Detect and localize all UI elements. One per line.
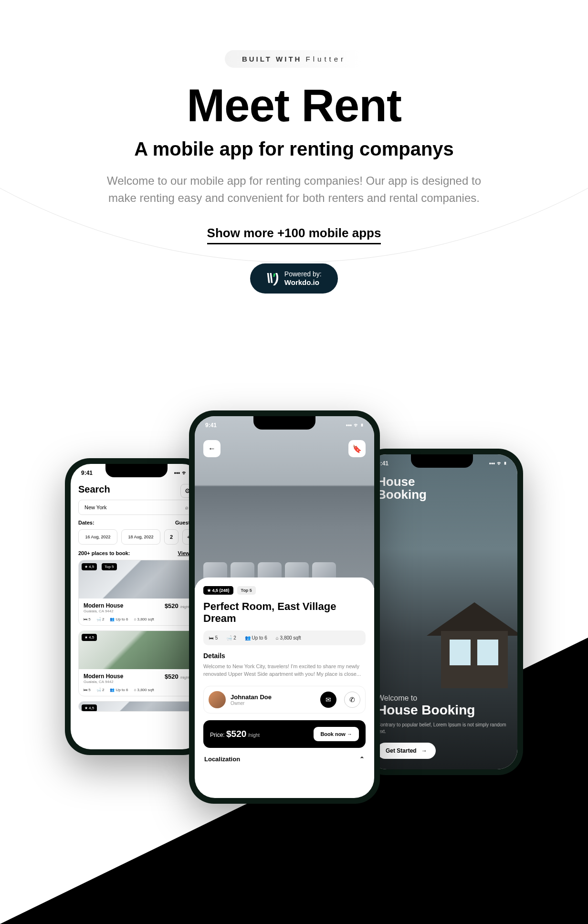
rating-badge: ★ 4,5 xyxy=(82,634,97,641)
phone-onboarding: 9:41••• ᯤ ▮ HouseBooking Wooden House ★ … xyxy=(361,449,523,775)
guests-input[interactable]: 2 xyxy=(164,529,178,545)
powered-brand: Workdo.io xyxy=(284,278,319,286)
details-heading: Details xyxy=(203,652,366,660)
powered-label: Powered by: xyxy=(284,270,322,278)
hero-subtitle: A mobile app for renting companys xyxy=(0,138,588,160)
pill-suffix: Flutter xyxy=(306,55,346,63)
rating-badge: ★ 4,5 xyxy=(82,563,97,570)
card-name: Modern House xyxy=(84,673,123,680)
powered-text: Powered by: Workdo.io xyxy=(284,270,322,287)
rating-badge: ★ 4,5 xyxy=(82,704,97,712)
card-stats: 🛏 5🛁 2👥 Up to 6⌂ 3,800 sqft xyxy=(79,688,194,696)
localization-label: Localization xyxy=(204,756,240,763)
phone-search: 9:41••• ᯤ ▮ Search ⚙ New York⌕ Dates:Gue… xyxy=(65,458,208,755)
back-button[interactable]: ← xyxy=(203,440,220,457)
listing-card[interactable]: ★ 4,5 Modern HouseGualala, CA 9442$520 /… xyxy=(78,630,195,696)
built-with-pill: BUILT WITH Flutter xyxy=(225,50,363,68)
tag-badge: Top 5 xyxy=(102,563,117,570)
owner-row[interactable]: Johnatan DoeOwner ✉ ✆ xyxy=(203,686,366,714)
message-button[interactable]: ✉ xyxy=(320,692,336,708)
clock: 9:41 xyxy=(205,422,217,429)
card-location: Gualala, CA 9442 xyxy=(84,609,123,613)
welcome-title: House Booking xyxy=(377,703,507,718)
hero-title: Meet Rent xyxy=(0,79,588,132)
pill-prefix: BUILT WITH xyxy=(242,55,302,63)
date-to-input[interactable]: 18 Aug, 2022 xyxy=(121,529,160,545)
call-button[interactable]: ✆ xyxy=(344,692,360,708)
phone-mockups: 9:41••• ᯤ ▮ Search ⚙ New York⌕ Dates:Gue… xyxy=(65,410,523,804)
results-count: 200+ places to book: xyxy=(78,550,130,556)
listing-stats: 🛏 5🛁 2👥 Up to 6⌂ 3,800 sqft xyxy=(203,630,366,645)
chevron-up-icon: ⌃ xyxy=(359,756,365,763)
dates-label: Dates: xyxy=(78,520,94,525)
signal-icon: ••• ᯤ ▮ xyxy=(489,460,507,467)
notch xyxy=(411,454,473,468)
price-bar: Price: $520 /night Book now → xyxy=(203,720,366,748)
listing-card[interactable]: ★ 4,5Top 5 Modern HouseGualala, CA 9442$… xyxy=(78,560,195,626)
city-input[interactable]: New York⌕ xyxy=(78,500,195,515)
welcome-desc: Contrary to popular belief, Lorem Ipsum … xyxy=(377,722,507,735)
welcome-label: Welcome to xyxy=(377,694,507,703)
phone-detail: 9:41••• ᯤ ▮ ← 🔖 ★ 4,5 (248)Top 5 Perfect… xyxy=(189,410,380,804)
rating-badge: ★ 4,5 (248) xyxy=(203,586,233,595)
search-title: Search xyxy=(78,484,110,495)
book-now-button[interactable]: Book now → xyxy=(314,727,359,741)
owner-role: Owner xyxy=(231,701,272,706)
search-icon: ⌕ xyxy=(185,504,189,510)
clock: 9:41 xyxy=(81,470,93,476)
city-value: New York xyxy=(84,504,106,510)
show-more-link[interactable]: Show more +100 mobile apps xyxy=(207,226,381,244)
listing-hero-image: 9:41••• ᯤ ▮ ← 🔖 xyxy=(195,416,374,588)
card-name: Modern House xyxy=(84,602,123,609)
tag-badge: Top 5 xyxy=(237,586,256,595)
card-price: $520 /night xyxy=(165,602,189,609)
card-price: $520 /night xyxy=(165,673,189,680)
avatar xyxy=(209,691,226,708)
owner-name: Johnatan Doe xyxy=(231,693,272,701)
localization-row[interactable]: Localization⌃ xyxy=(203,753,366,766)
bookmark-button[interactable]: 🔖 xyxy=(348,440,366,457)
powered-by-badge[interactable]: \\') Powered by: Workdo.io xyxy=(250,263,337,294)
house-illustration xyxy=(427,602,517,693)
listing-title: Perfect Room, East Village Dream xyxy=(203,600,366,625)
notch xyxy=(253,416,315,430)
date-from-input[interactable]: 16 Aug, 2022 xyxy=(78,529,117,545)
powered-logo-icon: \\') xyxy=(266,271,278,286)
brand-title: HouseBooking xyxy=(377,475,507,502)
signal-icon: ••• ᯤ ▮ xyxy=(346,422,364,429)
notch xyxy=(105,464,168,477)
hero-desc: Welcome to our mobile app for renting co… xyxy=(98,172,490,207)
card-location: Gualala, CA 9442 xyxy=(84,680,123,684)
details-text: Welcome to New York City, travelers! I'm… xyxy=(203,662,366,678)
listing-card[interactable]: ★ 4,5 xyxy=(78,701,195,712)
card-stats: 🛏 5🛁 2👥 Up to 6⌂ 3,800 sqft xyxy=(79,617,194,625)
get-started-button[interactable]: Get Started → xyxy=(377,743,436,759)
price-display: Price: $520 /night xyxy=(210,729,260,739)
